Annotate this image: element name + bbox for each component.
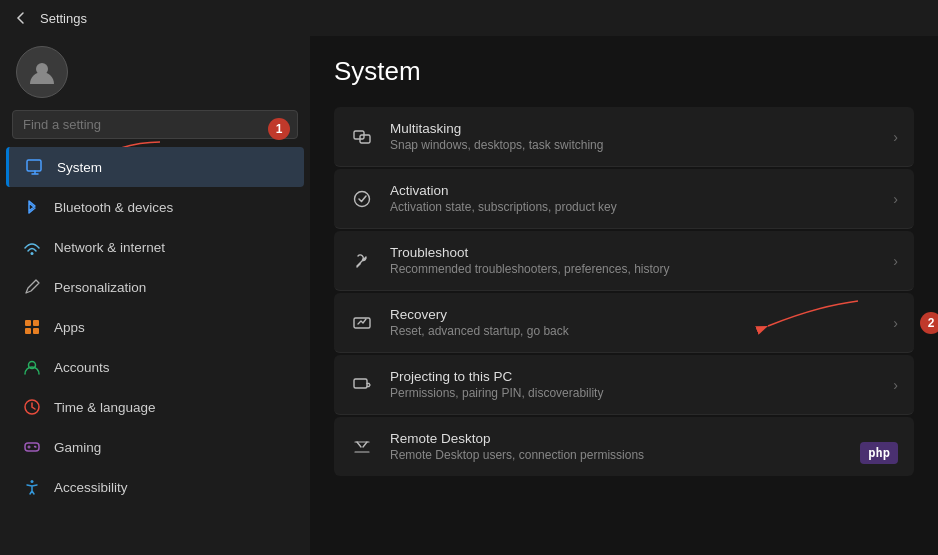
annotation-1: 1 [268,118,290,140]
remote-desktop-desc: Remote Desktop users, connection permiss… [390,448,877,462]
troubleshoot-desc: Recommended troubleshooters, preferences… [390,262,877,276]
projecting-title: Projecting to this PC [390,369,877,384]
sidebar-item-accessibility[interactable]: Accessibility [6,467,304,507]
recovery-desc: Reset, advanced startup, go back [390,324,877,338]
sidebar: 1 Sy [0,36,310,555]
svg-point-11 [31,480,34,483]
activation-chevron: › [893,191,898,207]
search-input[interactable] [12,110,298,139]
settings-item-troubleshoot[interactable]: Troubleshoot Recommended troubleshooters… [334,231,914,291]
sidebar-item-time-label: Time & language [54,400,156,415]
title-bar: Settings [0,0,938,36]
sidebar-item-apps-label: Apps [54,320,85,335]
sidebar-item-system[interactable]: System [6,147,304,187]
recovery-chevron: › [893,315,898,331]
projecting-chevron: › [893,377,898,393]
recovery-text: Recovery Reset, advanced startup, go bac… [390,307,877,338]
sidebar-item-apps[interactable]: Apps [6,307,304,347]
projecting-text: Projecting to this PC Permissions, pairi… [390,369,877,400]
svg-rect-16 [354,379,367,388]
accounts-icon [22,357,42,377]
svg-rect-15 [354,318,370,328]
sidebar-item-personalization-label: Personalization [54,280,146,295]
php-badge: php [860,442,898,464]
settings-item-remote-desktop[interactable]: Remote Desktop Remote Desktop users, con… [334,417,914,476]
settings-item-multitasking[interactable]: Multitasking Snap windows, desktops, tas… [334,107,914,167]
time-icon [22,397,42,417]
personalization-icon [22,277,42,297]
svg-rect-7 [33,328,39,334]
svg-rect-2 [27,160,41,171]
projecting-icon [350,373,374,397]
back-button[interactable] [12,9,30,27]
system-icon [25,157,45,177]
troubleshoot-icon [350,249,374,273]
multitasking-text: Multitasking Snap windows, desktops, tas… [390,121,877,152]
avatar [16,46,68,98]
multitasking-desc: Snap windows, desktops, task switching [390,138,877,152]
multitasking-icon [350,125,374,149]
projecting-desc: Permissions, pairing PIN, discoverabilit… [390,386,877,400]
svg-point-14 [355,191,370,206]
app-title: Settings [40,11,87,26]
sidebar-item-network-label: Network & internet [54,240,165,255]
svg-rect-6 [25,328,31,334]
sidebar-item-system-label: System [57,160,102,175]
content-area: System Multitasking Snap windows, deskto… [310,36,938,555]
multitasking-title: Multitasking [390,121,877,136]
accessibility-icon [22,477,42,497]
activation-text: Activation Activation state, subscriptio… [390,183,877,214]
main-layout: 1 Sy [0,36,938,555]
svg-rect-5 [33,320,39,326]
network-icon [22,237,42,257]
sidebar-item-time[interactable]: Time & language [6,387,304,427]
avatar-area[interactable] [0,36,310,110]
recovery-icon [350,311,374,335]
settings-item-recovery[interactable]: Recovery Reset, advanced startup, go bac… [334,293,914,353]
svg-point-3 [31,252,34,255]
activation-icon [350,187,374,211]
sidebar-item-accessibility-label: Accessibility [54,480,128,495]
troubleshoot-text: Troubleshoot Recommended troubleshooters… [390,245,877,276]
sidebar-item-accounts[interactable]: Accounts [6,347,304,387]
remote-desktop-text: Remote Desktop Remote Desktop users, con… [390,431,877,462]
sidebar-nav: System Bluetooth & devices [0,147,310,507]
activation-desc: Activation state, subscriptions, product… [390,200,877,214]
svg-rect-10 [25,443,39,451]
sidebar-item-personalization[interactable]: Personalization [6,267,304,307]
bluetooth-icon [22,197,42,217]
remote-desktop-icon [350,435,374,459]
troubleshoot-title: Troubleshoot [390,245,877,260]
page-title: System [334,56,914,87]
apps-icon [22,317,42,337]
svg-rect-4 [25,320,31,326]
sidebar-item-network[interactable]: Network & internet [6,227,304,267]
sidebar-item-bluetooth[interactable]: Bluetooth & devices [6,187,304,227]
sidebar-item-gaming[interactable]: Gaming [6,427,304,467]
multitasking-chevron: › [893,129,898,145]
settings-item-activation[interactable]: Activation Activation state, subscriptio… [334,169,914,229]
sidebar-item-accounts-label: Accounts [54,360,110,375]
settings-item-projecting[interactable]: Projecting to this PC Permissions, pairi… [334,355,914,415]
gaming-icon [22,437,42,457]
settings-list: Multitasking Snap windows, desktops, tas… [334,107,914,476]
remote-desktop-title: Remote Desktop [390,431,877,446]
sidebar-item-bluetooth-label: Bluetooth & devices [54,200,173,215]
activation-title: Activation [390,183,877,198]
sidebar-item-gaming-label: Gaming [54,440,101,455]
recovery-title: Recovery [390,307,877,322]
troubleshoot-chevron: › [893,253,898,269]
annotation-2: 2 [920,312,938,334]
